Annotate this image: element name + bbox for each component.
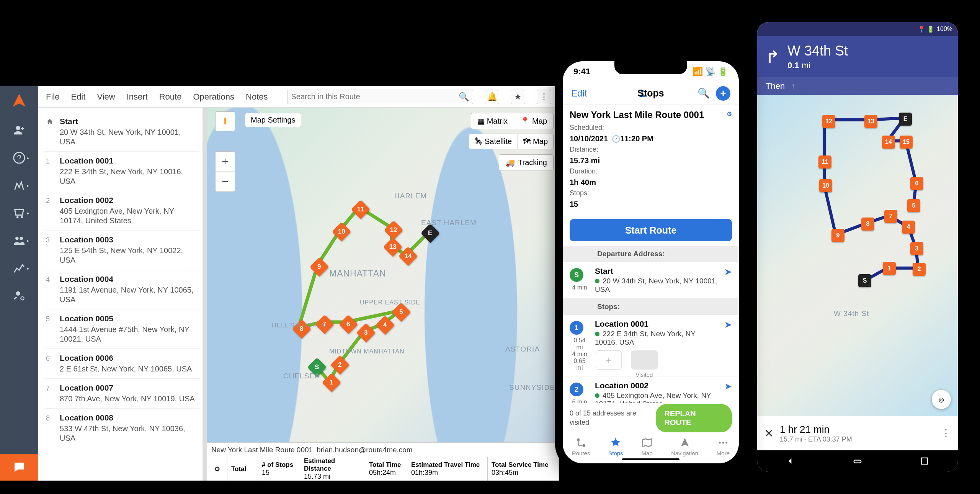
stop-row[interactable]: 8Location 0008533 W 47th St, New York, N…	[44, 409, 199, 448]
route-path	[207, 108, 559, 406]
menu-notes[interactable]: Notes	[246, 92, 268, 102]
map-canvas[interactable]: Map Settings + − ▦ Matrix 📍 Map 🛰 Satell…	[207, 108, 559, 481]
android-map-pin[interactable]: 6	[910, 177, 923, 190]
stats-gear-icon[interactable]: ⚙	[207, 457, 227, 481]
more-icon[interactable]: ⋮	[537, 90, 551, 104]
stop-row[interactable]: 2Location 0002405 Lexington Ave, New Yor…	[44, 191, 199, 231]
android-map-pin[interactable]: 13	[864, 115, 877, 128]
android-map-pin[interactable]: 9	[831, 229, 844, 242]
val-travel-time: 01h:39m	[411, 469, 483, 477]
android-home-button[interactable]	[852, 456, 863, 466]
stop-row[interactable]: Start20 W 34th St, New York, NY 10001, U…	[44, 112, 199, 152]
stop-address: 405 Lexington Ave, New York, NY 10174, U…	[60, 206, 198, 226]
tab-map[interactable]: Map	[641, 437, 653, 456]
recenter-button[interactable]: ◎	[932, 390, 951, 409]
android-map-pin[interactable]: 11	[818, 155, 831, 168]
stop-row[interactable]: 6Location 00062 E 61st St, New York, NY …	[44, 349, 199, 379]
stop-title: Location 0005	[60, 314, 198, 323]
start-route-button[interactable]: Start Route	[570, 219, 732, 241]
search-icon[interactable]: 🔍	[459, 92, 469, 102]
stop-row[interactable]: 5Location 00051444 1st Avenue #75th, New…	[44, 309, 199, 349]
col-travel-time: Estimated Travel Time	[411, 461, 483, 469]
resize-handle[interactable]	[203, 108, 207, 481]
distance-value: 15.73 mi	[570, 156, 600, 165]
tab-stops[interactable]: Stops	[608, 437, 623, 456]
stop-row[interactable]: 7Location 0007870 7th Ave, New York, NY …	[44, 379, 199, 409]
add-photo-button[interactable]: ＋	[595, 350, 622, 370]
nav-routes-icon[interactable]: ▸	[8, 177, 30, 194]
menu-file[interactable]: File	[46, 92, 59, 102]
edit-button[interactable]: Edit	[571, 88, 587, 99]
nav-help-icon[interactable]: ?▸	[8, 149, 30, 167]
menu-operations[interactable]: Operations	[193, 92, 234, 102]
ios-stop-row[interactable]: 10.54 mi4 min0.65 miLocation 0001222 E 3…	[563, 315, 739, 376]
eta-duration: 1 hr 21 min	[780, 424, 852, 435]
search-icon[interactable]: 🔍	[697, 87, 710, 99]
navigate-arrow-icon[interactable]: ➤	[724, 319, 732, 330]
navigate-arrow-icon[interactable]: ➤	[724, 381, 732, 392]
android-map-pin[interactable]: 12	[822, 115, 835, 128]
android-map-pin[interactable]: 4	[902, 221, 915, 234]
menubar: File Edit View Insert Route Operations N…	[38, 86, 559, 108]
distance-label: Distance:	[570, 146, 598, 153]
brand-logo[interactable]	[10, 92, 29, 111]
replan-route-button[interactable]: REPLAN ROUTE	[656, 404, 732, 432]
android-back-button[interactable]	[785, 456, 796, 466]
stop-row[interactable]: 3Location 0003125 E 54th St, New York, N…	[44, 231, 199, 270]
android-map-pin[interactable]: E	[899, 113, 912, 126]
tab-routes[interactable]: Routes	[572, 437, 590, 456]
svg-point-5	[21, 216, 23, 219]
stop-address: 125 E 54th St, New York, NY 10022, USA	[60, 246, 198, 265]
menu-edit[interactable]: Edit	[71, 92, 85, 102]
home-indicator[interactable]	[622, 458, 679, 460]
stop-title: Location 0001	[60, 156, 198, 165]
android-recents-button[interactable]	[919, 456, 930, 466]
nav-more-icon[interactable]: ⋮	[941, 427, 951, 439]
android-map-pin[interactable]: 15	[900, 136, 913, 149]
android-map-pin[interactable]: 14	[882, 136, 895, 149]
android-map-pin[interactable]: S	[858, 274, 871, 287]
val-dist: 15.73 mi	[304, 473, 361, 481]
android-map-pin[interactable]: 5	[907, 199, 920, 212]
nav-add-user-icon[interactable]	[8, 121, 30, 139]
svg-rect-19	[921, 458, 927, 464]
android-map-pin[interactable]: 7	[884, 210, 897, 223]
nav-orders-icon[interactable]: ▸	[8, 204, 30, 222]
android-map-pin[interactable]: 1	[883, 262, 896, 275]
nav-chat-icon[interactable]	[0, 454, 38, 481]
nav-user-settings-icon[interactable]	[8, 287, 30, 304]
val-total-time: 05h:24m	[369, 469, 403, 477]
visited-thumbnail[interactable]: Visited	[631, 350, 658, 370]
stop-number: 5	[46, 314, 55, 344]
navigate-arrow-icon[interactable]: ➤	[724, 267, 732, 277]
stop-row[interactable]: 4Location 00041191 1st Avenue, New York,…	[44, 270, 199, 309]
android-map-pin[interactable]: 8	[861, 218, 874, 231]
svg-point-13	[577, 438, 580, 442]
ios-stop-row[interactable]: S4 minStart20 W 34th St, New York, NY 10…	[563, 262, 739, 299]
android-map-pin[interactable]: 2	[913, 263, 926, 276]
tab-navigation[interactable]: Navigation	[671, 437, 698, 456]
map-label: ASTORIA	[505, 345, 540, 353]
nav-street: W 34th St	[787, 43, 848, 59]
search-input[interactable]	[291, 92, 459, 101]
menu-view[interactable]: View	[97, 92, 115, 102]
stops-scroll[interactable]: Departure Address: S4 minStart20 W 34th …	[563, 246, 739, 403]
add-stop-button[interactable]: +	[716, 86, 730, 101]
close-nav-button[interactable]: ✕	[764, 427, 774, 440]
menu-route[interactable]: Route	[159, 92, 182, 102]
search-box[interactable]: 🔍	[287, 90, 473, 104]
android-map[interactable]: 1213E14151110657498312S ◎ W 34th St	[757, 95, 958, 416]
stop-row[interactable]: 1Location 0001222 E 34th St, New York, N…	[44, 152, 199, 191]
nav-team-icon[interactable]: ▸	[8, 232, 30, 249]
nav-analytics-icon[interactable]: ▸	[8, 259, 30, 277]
route-settings-icon[interactable]: ⚙	[727, 110, 732, 118]
stops-sidebar[interactable]: Start20 W 34th St, New York, NY 10001, U…	[38, 108, 203, 481]
android-map-pin[interactable]: 10	[819, 179, 832, 192]
android-map-pin[interactable]: 3	[910, 242, 923, 255]
notifications-icon[interactable]: 🔔	[485, 90, 499, 104]
ios-stop-row[interactable]: 26 minLocation 0002405 Lexington Ave, Ne…	[563, 376, 739, 403]
favorite-icon[interactable]: ★	[511, 90, 525, 104]
tab-more[interactable]: More	[717, 437, 730, 456]
menu-insert[interactable]: Insert	[127, 92, 148, 102]
col-total-time: Total Time	[369, 461, 403, 469]
